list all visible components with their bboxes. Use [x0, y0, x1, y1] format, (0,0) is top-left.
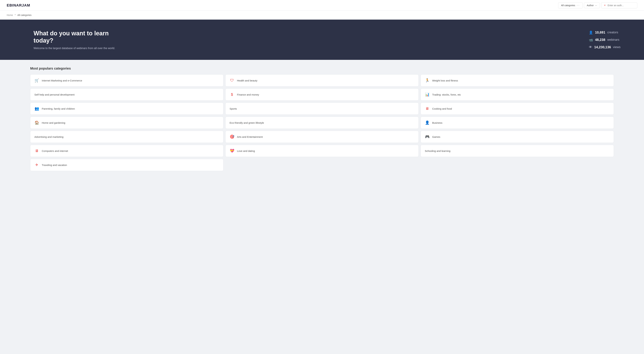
sports-label: Sports: [230, 107, 237, 110]
stat-icon: 👁: [589, 45, 592, 49]
category-card-traveling[interactable]: ✈ Traveling and vacation: [30, 159, 224, 171]
category-card-self-help[interactable]: Self help and personal development: [30, 88, 224, 101]
stat-icon: 👤: [589, 30, 593, 34]
category-card-schooling[interactable]: Schooling and learning: [420, 145, 614, 157]
eco-friendly-label: Eco-friendly and green lifestyle: [230, 121, 264, 124]
breadcrumb-current: All categories: [18, 14, 32, 16]
stat-label: webinars: [607, 38, 619, 41]
stat-label: creators: [607, 31, 618, 34]
love-dating-icon: 💝: [230, 149, 234, 153]
self-help-label: Self help and personal development: [34, 93, 74, 96]
hero-subtitle: Welcome to the largest database of webin…: [34, 47, 118, 50]
close-icon[interactable]: ×: [604, 4, 606, 7]
games-label: Games: [432, 135, 440, 138]
category-grid: 🛒 Internet Marketing and e-Commerce 🛡 He…: [30, 74, 614, 171]
header: EBINARJAM All categories ··· Author ··· …: [0, 0, 644, 11]
health-beauty-icon: 🛡: [230, 78, 234, 83]
weight-loss-icon: 🏃: [425, 78, 430, 83]
advertising-label: Advertising and marketing: [34, 135, 64, 138]
internet-marketing-label: Internet Marketing and e-Commerce: [42, 79, 82, 82]
stat-number: 10,691: [595, 30, 605, 34]
category-card-cooking[interactable]: 🖥 Cooking and food: [420, 103, 614, 115]
hero-left: What do you want to learn today? Welcome…: [34, 30, 118, 50]
categories-filter-dots: ···: [576, 4, 580, 7]
business-label: Business: [432, 121, 442, 124]
stat-row: 👁 14,230,136 views: [589, 45, 620, 49]
category-card-home-gardening[interactable]: 🏠 Home and gardening: [30, 117, 224, 129]
category-card-sports[interactable]: Sports: [226, 103, 418, 115]
hero-title: What do you want to learn today?: [34, 30, 118, 44]
stat-icon: 📹: [589, 38, 593, 42]
stat-row: 👤 10,691 creators: [589, 30, 620, 34]
arts-icon: 🎯: [230, 135, 234, 139]
author-filter-label: Author: [587, 4, 594, 7]
home-gardening-label: Home and gardening: [42, 121, 65, 124]
search-container: ×: [601, 2, 637, 8]
schooling-label: Schooling and learning: [425, 149, 450, 152]
love-dating-label: Love and dating: [237, 149, 255, 152]
category-card-business[interactable]: 👤 Business: [420, 117, 614, 129]
stat-row: 📹 48,238 webinars: [589, 38, 620, 42]
author-filter[interactable]: Author ···: [584, 2, 600, 8]
weight-loss-label: Weight loss and fitness: [432, 79, 458, 82]
category-card-computers[interactable]: 🖥 Computers and internet: [30, 145, 224, 157]
business-icon: 👤: [425, 120, 430, 125]
category-card-weight-loss[interactable]: 🏃 Weight loss and fitness: [420, 74, 614, 86]
finance-money-label: Finance and money: [237, 93, 259, 96]
internet-marketing-icon: 🛒: [34, 78, 39, 83]
header-filters: All categories ··· Author ··· ×: [558, 2, 637, 8]
section-title: Most populars categories: [30, 66, 614, 70]
logo: EBINARJAM: [7, 3, 30, 7]
games-icon: 🎮: [425, 135, 430, 139]
category-card-arts[interactable]: 🎯 Arts and Entertainment: [226, 131, 418, 143]
hero-section: What do you want to learn today? Welcome…: [0, 19, 644, 60]
home-gardening-icon: 🏠: [34, 120, 39, 125]
trading-label: Trading: stocks, forex, etc: [432, 93, 461, 96]
category-card-eco-friendly[interactable]: Eco-friendly and green lifestyle: [226, 117, 418, 129]
traveling-icon: ✈: [34, 163, 39, 167]
finance-money-icon: $: [230, 92, 234, 97]
cooking-label: Cooking and food: [432, 107, 452, 110]
health-beauty-label: Health and beauty: [237, 79, 258, 82]
stat-number: 48,238: [595, 38, 605, 42]
category-card-parenting[interactable]: 👥 Parenting, family and children: [30, 103, 224, 115]
stat-label: views: [613, 45, 620, 49]
categories-filter[interactable]: All categories ···: [558, 2, 582, 8]
traveling-label: Traveling and vacation: [42, 164, 67, 166]
category-card-games[interactable]: 🎮 Games: [420, 131, 614, 143]
cooking-icon: 🖥: [425, 106, 430, 111]
breadcrumb: Home ^ All categories: [0, 11, 644, 19]
computers-label: Computers and internet: [42, 149, 68, 152]
categories-filter-label: All categories: [561, 4, 575, 7]
breadcrumb-separator: ^: [14, 14, 16, 16]
breadcrumb-home[interactable]: Home: [7, 14, 13, 16]
computers-icon: 🖥: [34, 149, 39, 153]
category-card-internet-marketing[interactable]: 🛒 Internet Marketing and e-Commerce: [30, 74, 224, 86]
category-card-trading[interactable]: 📊 Trading: stocks, forex, etc: [420, 88, 614, 101]
author-filter-dots: ···: [595, 4, 597, 7]
parenting-icon: 👥: [34, 106, 39, 111]
category-card-health-beauty[interactable]: 🛡 Health and beauty: [226, 74, 418, 86]
trading-icon: 📊: [425, 92, 430, 97]
main-content: Most populars categories 🛒 Internet Mark…: [0, 60, 644, 178]
category-card-advertising[interactable]: Advertising and marketing: [30, 131, 224, 143]
hero-stats: 👤 10,691 creators 📹 48,238 webinars 👁 14…: [589, 30, 620, 49]
search-input[interactable]: [608, 4, 634, 7]
arts-label: Arts and Entertainment: [237, 135, 263, 138]
category-card-finance-money[interactable]: $ Finance and money: [226, 88, 418, 101]
stat-number: 14,230,136: [594, 45, 611, 49]
parenting-label: Parenting, family and children: [42, 107, 75, 110]
category-card-love-dating[interactable]: 💝 Love and dating: [226, 145, 418, 157]
